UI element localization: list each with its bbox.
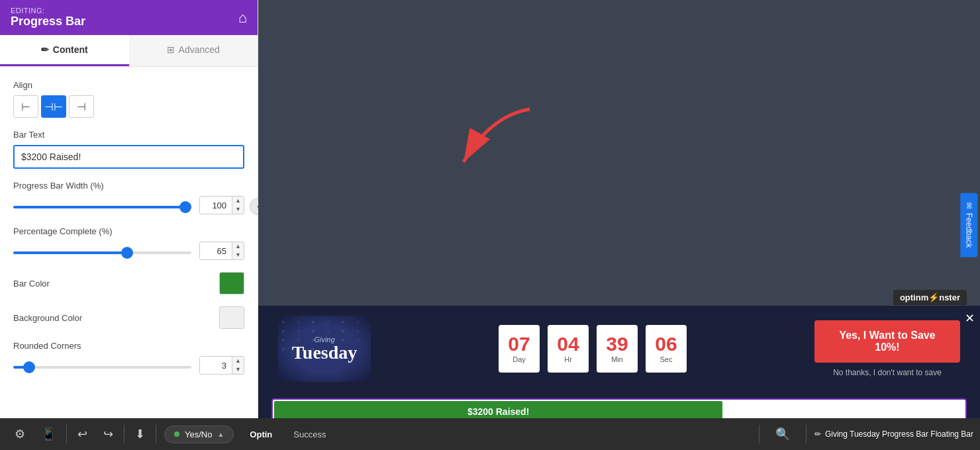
- success-tab-button[interactable]: Success: [283, 424, 336, 445]
- undo-button[interactable]: ↩: [70, 422, 95, 447]
- rounded-corners-slider[interactable]: [13, 366, 191, 369]
- percentage-complete-number[interactable]: [200, 244, 232, 259]
- align-buttons: ⊢ ⊣⊢ ⊣: [13, 95, 244, 118]
- settings-button[interactable]: ⚙: [7, 422, 33, 447]
- percentage-complete-down[interactable]: ▼: [232, 251, 244, 259]
- progress-bar-wrapper: $3200 Raised!: [271, 398, 967, 418]
- progress-bar-width-number[interactable]: [200, 198, 232, 213]
- rounded-corners-row: ▲ ▼: [13, 356, 244, 375]
- countdown-min-num: 39: [606, 334, 628, 354]
- percentage-complete-label: Percentage Complete (%): [13, 226, 244, 236]
- giving-tuesday-logo: ✦ ✧ ✦ ✧ ✦ ✧ ✦ ✧ ✦ ✧ ✦ ✧ ✦ ✧ ✦ ✧ ✦ ✧ ✦ ✧ …: [278, 316, 371, 382]
- bar-color-field: Bar Color: [13, 272, 244, 294]
- rounded-corners-up[interactable]: ▲: [232, 357, 244, 365]
- rounded-corners-input-box: ▲ ▼: [199, 356, 244, 375]
- progress-bar-width-label: Progress Bar Width (%): [13, 181, 244, 191]
- tab-advanced[interactable]: ⊞ Advanced: [129, 35, 258, 66]
- countdown-min: 39 Min: [597, 325, 638, 373]
- mobile-preview-button[interactable]: 📱: [33, 422, 64, 447]
- campaign-name: Giving Tuesday Progress Bar Floating Bar: [825, 429, 973, 439]
- progress-bar-width-slider[interactable]: [13, 206, 191, 208]
- bar-color-swatch[interactable]: [219, 272, 244, 294]
- progress-bar-width-field: Progress Bar Width (%) ▲ ▼: [13, 181, 244, 214]
- save-button[interactable]: ⬇: [127, 422, 153, 447]
- bar-color-label: Bar Color: [13, 279, 50, 289]
- progress-bar-width-spinner: ▲ ▼: [232, 197, 244, 214]
- redo-button[interactable]: ↪: [95, 422, 121, 447]
- background-color-field: Background Color: [13, 306, 244, 329]
- background-color-label: Background Color: [13, 313, 82, 323]
- progress-bar-width-up[interactable]: ▲: [232, 197, 244, 205]
- toolbar-sep-3: [156, 425, 156, 443]
- countdown-day-label: Day: [513, 355, 526, 363]
- popup-area: optinm⚡nster ✕ ✦ ✧ ✦ ✧ ✦ ✧ ✦ ✧ ✦ ✧ ✦ ✧ ✦…: [258, 306, 980, 418]
- no-thanks-link[interactable]: No thanks, I don't want to save: [833, 368, 942, 377]
- rounded-corners-field: Rounded Corners ▲ ▼: [13, 341, 244, 375]
- countdown-hr-label: Hr: [564, 355, 572, 363]
- yes-no-toggle[interactable]: Yes/No ▲: [164, 426, 234, 443]
- countdown-min-label: Min: [611, 355, 623, 363]
- yes-no-label: Yes/No: [185, 429, 212, 439]
- sliders-icon: ⊞: [167, 44, 175, 55]
- progress-bar-width-down[interactable]: ▼: [232, 205, 244, 214]
- optin-monster-highlight: ⚡: [928, 292, 939, 302]
- tab-content[interactable]: ✏ Content: [0, 35, 129, 66]
- background-color-swatch[interactable]: [219, 306, 244, 329]
- countdown-sec-label: Sec: [660, 355, 673, 363]
- progress-bar-width-slider-container: [13, 199, 191, 211]
- toolbar-right: 🔍 ✏ Giving Tuesday Progress Bar Floating…: [756, 422, 973, 447]
- home-button[interactable]: ⌂: [238, 9, 247, 26]
- progress-bar-text: $3200 Raised!: [467, 406, 529, 417]
- countdown-hr: 04 Hr: [548, 325, 589, 373]
- optin-tab-button[interactable]: Optin: [239, 424, 283, 445]
- save-cta-button[interactable]: Yes, I Want to Save 10%!: [814, 320, 960, 363]
- search-button[interactable]: 🔍: [767, 422, 798, 447]
- toolbar-sep-5: [806, 425, 807, 443]
- panel-content: Align ⊢ ⊣⊢ ⊣ Bar Text Progress Bar Width…: [0, 67, 258, 418]
- percentage-complete-row: ▲ ▼: [13, 242, 244, 260]
- percentage-complete-field: Percentage Complete (%) ▲ ▼: [13, 226, 244, 260]
- progress-bar-section: $3200 Raised!: [258, 392, 980, 418]
- align-right-button[interactable]: ⊣: [69, 95, 94, 118]
- optinmonster-logo: optinm⚡nster: [893, 290, 967, 305]
- yes-no-chevron: ▲: [217, 431, 224, 438]
- banner-left: ✦ ✧ ✦ ✧ ✦ ✧ ✦ ✧ ✦ ✧ ✦ ✧ ✦ ✧ ✦ ✧ ✦ ✧ ✦ ✧ …: [271, 316, 377, 382]
- feedback-label: Feedback: [965, 213, 974, 248]
- panel-tabs: ✏ Content ⊞ Advanced: [0, 35, 258, 67]
- bar-text-field: Bar Text: [13, 130, 244, 169]
- countdown-day: 07 Day: [499, 325, 540, 373]
- canvas-area: optinm⚡nster ✕ ✦ ✧ ✦ ✧ ✦ ✧ ✦ ✧ ✦ ✧ ✦ ✧ ✦…: [258, 0, 980, 418]
- rounded-corners-number[interactable]: [200, 358, 232, 373]
- edit-pencil-icon: ✏: [814, 429, 821, 439]
- align-label: Align: [13, 80, 244, 90]
- editing-label: EDITING:: [11, 7, 85, 15]
- rounded-corners-label: Rounded Corners: [13, 341, 244, 351]
- tab-advanced-label: Advanced: [179, 44, 220, 55]
- panel-header-info: EDITING: Progress Bar: [11, 7, 85, 28]
- percentage-complete-slider[interactable]: [13, 251, 191, 254]
- giving-line2: Tuesday: [292, 343, 358, 362]
- bar-text-input[interactable]: [13, 145, 244, 169]
- percentage-complete-spinner: ▲ ▼: [232, 242, 244, 259]
- left-panel: EDITING: Progress Bar ⌂ ✏ Content ⊞ Adva…: [0, 0, 258, 418]
- countdown-hr-num: 04: [557, 334, 579, 354]
- align-center-button[interactable]: ⊣⊢: [41, 95, 66, 118]
- align-field: Align ⊢ ⊣⊢ ⊣: [13, 80, 244, 118]
- tab-content-label: Content: [53, 44, 88, 55]
- bar-text-label: Bar Text: [13, 130, 244, 140]
- align-left-button[interactable]: ⊢: [13, 95, 38, 118]
- toolbar-sep-1: [66, 425, 67, 443]
- editing-title: Progress Bar: [11, 15, 85, 28]
- countdown-sec: 06 Sec: [646, 325, 687, 373]
- rounded-corners-down[interactable]: ▼: [232, 365, 244, 374]
- toolbar-sep-4: [759, 425, 760, 443]
- percentage-complete-up[interactable]: ▲: [232, 242, 244, 251]
- panel-header: EDITING: Progress Bar ⌂: [0, 0, 258, 35]
- feedback-envelope-icon: ✉: [965, 202, 974, 209]
- progress-bar-fill: $3200 Raised!: [274, 401, 722, 418]
- bottom-toolbar: ⚙ 📱 ↩ ↪ ⬇ Yes/No ▲ Optin Success 🔍 ✏ Giv…: [0, 418, 980, 450]
- toolbar-sep-2: [124, 425, 124, 443]
- percentage-complete-slider-container: [13, 245, 191, 257]
- feedback-tab[interactable]: ✉ Feedback: [961, 193, 978, 257]
- close-banner-button[interactable]: ✕: [965, 311, 975, 326]
